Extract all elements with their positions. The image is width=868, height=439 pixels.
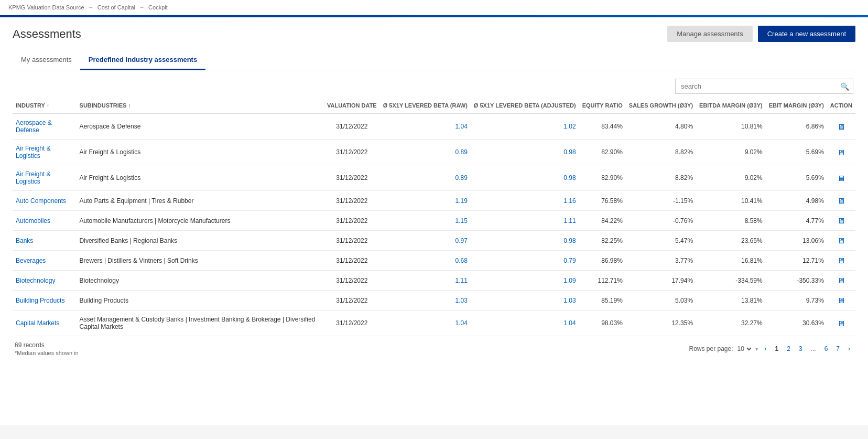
table-row: Banks Diversified Banks | Regional Banks…	[13, 231, 855, 251]
search-input[interactable]	[675, 79, 853, 94]
cell-beta-raw-3: 1.19	[380, 191, 471, 211]
breadcrumb-item-1: KPMG Valuation Data Source	[8, 4, 84, 10]
industry-link-6[interactable]: Beverages	[16, 257, 46, 264]
cell-valuation-date-3: 31/12/2022	[324, 191, 380, 211]
page-title: Assessments	[13, 27, 81, 41]
cell-action-9: 🖥	[827, 310, 855, 336]
industry-link-5[interactable]: Banks	[16, 237, 33, 244]
cell-ebit-margin-5: 13.06%	[766, 231, 827, 251]
assessments-table: INDUSTRY ↑ SUBINDUSTRIES ↑ VALUATION DAT…	[13, 98, 855, 336]
footer: 69 records *Median values shown in Rows …	[13, 336, 855, 358]
breadcrumb-item-2: Cost of Capital	[97, 4, 135, 10]
cell-action-0: 🖥	[827, 113, 855, 140]
cell-industry-8: Building Products	[13, 291, 77, 310]
industry-link-1[interactable]: Air Freight & Logistics	[16, 145, 51, 159]
cell-beta-raw-1: 0.89	[380, 140, 471, 165]
tab-predefined-assessments[interactable]: Predefined Industry assessments	[80, 50, 205, 70]
cell-equity-ratio-0: 83.44%	[579, 113, 626, 140]
col-ebit-margin: EBIT MARGIN (Ø3Y)	[766, 98, 827, 113]
action-icon-9[interactable]: 🖥	[837, 319, 845, 328]
cell-equity-ratio-1: 82.90%	[579, 140, 626, 165]
pagination-page-6[interactable]: 6	[821, 344, 831, 354]
col-industry: INDUSTRY ↑	[13, 98, 77, 113]
chevron-down-icon: ▾	[755, 346, 758, 352]
cell-subindustries-5: Diversified Banks | Regional Banks	[77, 231, 324, 251]
create-assessment-button[interactable]: Create a new assessment	[758, 26, 855, 42]
pagination-prev[interactable]: ‹	[762, 344, 770, 354]
cell-beta-raw-5: 0.97	[380, 231, 471, 251]
table-header: INDUSTRY ↑ SUBINDUSTRIES ↑ VALUATION DAT…	[13, 98, 855, 113]
industry-link-9[interactable]: Capital Markets	[16, 319, 59, 327]
cell-beta-raw-9: 1.04	[380, 310, 471, 336]
tab-my-assessments[interactable]: My assessments	[13, 50, 80, 70]
table-body: Aerospace & Defense Aerospace & Defense …	[13, 113, 855, 336]
cell-industry-9: Capital Markets	[13, 310, 77, 336]
cell-beta-adj-7: 1.09	[471, 271, 579, 291]
pagination-next[interactable]: ›	[845, 344, 853, 354]
cell-industry-3: Auto Components	[13, 191, 77, 211]
cell-industry-6: Beverages	[13, 251, 77, 271]
cell-beta-raw-4: 1.15	[380, 211, 471, 231]
action-icon-2[interactable]: 🖥	[837, 174, 845, 183]
col-ebitda-margin: EBITDA MARGIN (Ø3Y)	[696, 98, 766, 113]
cell-industry-5: Banks	[13, 231, 77, 251]
cell-equity-ratio-5: 82.25%	[579, 231, 626, 251]
col-equity-ratio: EQUITY RATIO	[579, 98, 626, 113]
cell-subindustries-1: Air Freight & Logistics	[77, 140, 324, 165]
cell-sales-growth-7: 17.94%	[626, 271, 696, 291]
action-icon-3[interactable]: 🖥	[837, 196, 845, 205]
cell-sales-growth-9: 12.35%	[626, 310, 696, 336]
cell-beta-adj-2: 0.98	[471, 165, 579, 191]
cell-action-6: 🖥	[827, 251, 855, 271]
industry-link-4[interactable]: Automobiles	[16, 217, 50, 224]
page-header: Assessments Manage assessments Create a …	[13, 26, 855, 42]
cell-subindustries-3: Auto Parts & Equipment | Tires & Rubber	[77, 191, 324, 211]
footer-left: 69 records *Median values shown in	[15, 341, 79, 356]
cell-equity-ratio-6: 86.98%	[579, 251, 626, 271]
cell-equity-ratio-2: 82.90%	[579, 165, 626, 191]
cell-beta-adj-6: 0.79	[471, 251, 579, 271]
action-icon-5[interactable]: 🖥	[837, 236, 845, 245]
footer-right: Rows per page: 10 25 50 ▾ ‹ 1 2 3 ... 6 …	[689, 344, 854, 354]
rows-per-page: Rows per page: 10 25 50 ▾	[689, 345, 758, 353]
industry-link-8[interactable]: Building Products	[16, 297, 64, 304]
action-icon-8[interactable]: 🖥	[837, 296, 845, 305]
cell-beta-raw-0: 1.04	[380, 113, 471, 140]
cell-sales-growth-3: -1.15%	[626, 191, 696, 211]
cell-ebit-margin-2: 5.69%	[766, 165, 827, 191]
industry-link-7[interactable]: Biotechnology	[16, 277, 55, 284]
industry-link-2[interactable]: Air Freight & Logistics	[16, 170, 51, 185]
pagination-page-2[interactable]: 2	[784, 344, 794, 354]
main-container: Assessments Manage assessments Create a …	[0, 17, 868, 425]
cell-industry-2: Air Freight & Logistics	[13, 165, 77, 191]
action-icon-7[interactable]: 🖥	[837, 276, 845, 285]
table-row: Biotechnology Biotechnology 31/12/2022 1…	[13, 271, 855, 291]
industry-link-0[interactable]: Aerospace & Defense	[16, 119, 52, 134]
pagination-page-7[interactable]: 7	[833, 344, 843, 354]
cell-ebitda-margin-5: 23.65%	[696, 231, 766, 251]
action-icon-6[interactable]: 🖥	[837, 256, 845, 265]
manage-assessments-button[interactable]: Manage assessments	[667, 26, 752, 42]
cell-industry-1: Air Freight & Logistics	[13, 140, 77, 165]
cell-beta-raw-8: 1.03	[380, 291, 471, 310]
rows-per-page-label: Rows per page:	[689, 345, 733, 352]
pagination-dots: ...	[808, 344, 819, 354]
cell-sales-growth-2: 8.82%	[626, 165, 696, 191]
pagination-page-3[interactable]: 3	[796, 344, 806, 354]
industry-link-3[interactable]: Auto Components	[16, 197, 66, 205]
action-icon-0[interactable]: 🖥	[837, 122, 845, 131]
table-row: Automobiles Automobile Manufacturers | M…	[13, 211, 855, 231]
cell-ebitda-margin-2: 9.02%	[696, 165, 766, 191]
breadcrumb-item-3: Cockpit	[148, 4, 168, 10]
action-icon-1[interactable]: 🖥	[837, 148, 845, 157]
cell-sales-growth-1: 8.82%	[626, 140, 696, 165]
pagination-page-1[interactable]: 1	[772, 344, 782, 354]
rows-per-page-select[interactable]: 10 25 50	[735, 345, 753, 353]
cell-action-3: 🖥	[827, 191, 855, 211]
action-icon-4[interactable]: 🖥	[837, 216, 845, 225]
cell-equity-ratio-8: 85.19%	[579, 291, 626, 310]
cell-industry-4: Automobiles	[13, 211, 77, 231]
cell-ebit-margin-8: 9.73%	[766, 291, 827, 310]
cell-sales-growth-4: -0.76%	[626, 211, 696, 231]
cell-industry-0: Aerospace & Defense	[13, 113, 77, 140]
